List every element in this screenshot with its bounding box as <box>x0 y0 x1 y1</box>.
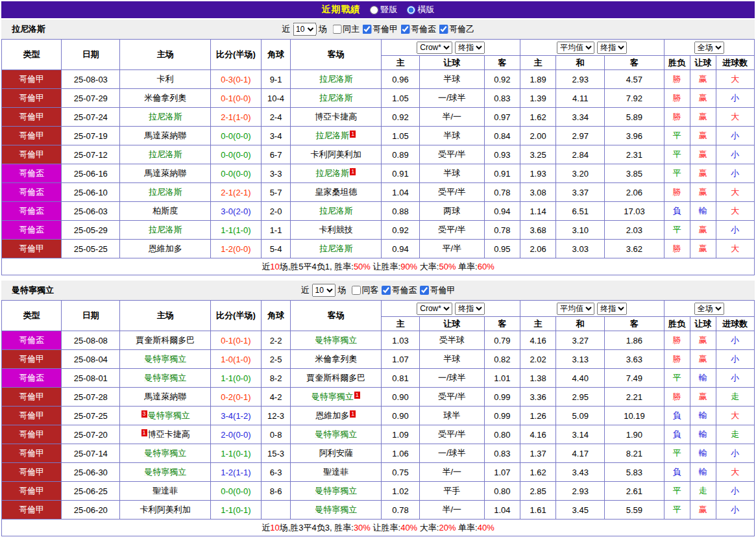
odds-home-cell: 1.05 <box>382 89 419 108</box>
same-venue-checkbox-input[interactable] <box>332 25 341 34</box>
summary-segment: 40% <box>400 523 417 533</box>
home-team-cell: 柏斯度 <box>120 202 210 221</box>
col-header-avg-away: 客 <box>605 56 664 70</box>
match-date: 25-06-30 <box>62 463 120 482</box>
league-checkbox-0[interactable]: 哥倫盃 <box>382 284 417 296</box>
red-card-badge: 1 <box>350 168 356 175</box>
odds-away-cell: 1.04 <box>484 501 520 520</box>
league-checkbox-1[interactable]: 哥倫盃 <box>400 23 436 35</box>
same-venue-checkbox[interactable]: 同主 <box>332 23 360 35</box>
odds-home-cell: 1.03 <box>382 331 419 350</box>
scope-select[interactable]: 全场 <box>694 42 724 54</box>
league-checkbox-0-input[interactable] <box>362 25 371 34</box>
avg-stage-select[interactable]: 终指 <box>597 42 627 54</box>
layout-radio-vertical-input[interactable] <box>370 6 378 14</box>
avg-source-select[interactable]: 平均值 <box>557 42 594 54</box>
same-venue-checkbox-input[interactable] <box>352 286 361 295</box>
league-checkbox-2[interactable]: 哥倫乙 <box>439 23 474 35</box>
layout-radio-horizontal-input[interactable] <box>407 6 415 14</box>
odds-stage-select[interactable]: 终指 <box>455 303 485 315</box>
league-checkbox-0-input[interactable] <box>382 286 391 295</box>
goals-result-cell: 小 <box>716 331 754 350</box>
away-team-name: 曼特寧獨立 <box>315 429 357 439</box>
col-header-handicap-away: 客 <box>484 56 520 70</box>
odds-source-select[interactable]: Crow* <box>417 303 452 315</box>
recent-games-select[interactable]: 10 <box>293 23 316 36</box>
result-cell: 勝 <box>664 70 690 89</box>
away-team-name: 博亞卡捷高 <box>315 112 357 121</box>
match-date: 25-07-28 <box>62 388 120 407</box>
recent-games-select[interactable]: 10 <box>312 284 335 297</box>
league-checkbox-0[interactable]: 哥倫甲 <box>362 23 398 35</box>
odds-handicap-cell: 一/球半 <box>419 89 484 108</box>
col-header-date: 日期 <box>62 40 120 70</box>
odds-handicap-cell: 两球 <box>419 202 484 221</box>
match-row: 哥倫甲25-05-25恩維加多1-2(0-0)5-4拉尼洛斯0.94平/半0.9… <box>2 240 755 258</box>
handicap-result-cell: 輸 <box>690 425 716 444</box>
summary-segment: 单率: <box>456 262 477 271</box>
away-team-name: 卡利阿美利加 <box>311 149 361 159</box>
col-header-corners: 角球 <box>261 301 290 331</box>
goals-result-cell: 小 <box>716 482 754 501</box>
goals-result-cell: 走 <box>716 388 754 407</box>
avg-draw-cell: 4.40 <box>556 369 605 388</box>
same-venue-checkbox[interactable]: 同客 <box>352 284 379 296</box>
scope-select[interactable]: 全场 <box>694 303 724 315</box>
odds-handicap-cell: 半球 <box>419 164 484 183</box>
avg-away-cell: 17.03 <box>605 202 664 221</box>
avg-home-cell: 2.06 <box>520 240 555 258</box>
league-badge: 哥倫甲 <box>2 108 62 127</box>
avg-draw-cell: 3.43 <box>556 463 605 482</box>
league-badge: 哥倫甲 <box>2 407 62 425</box>
layout-radio-horizontal-label: 橫版 <box>418 4 435 16</box>
home-team-cell: 馬達萊納聯 <box>120 388 210 407</box>
layout-radio-vertical[interactable]: 豎版 <box>370 4 398 16</box>
result-cell: 勝 <box>664 108 690 127</box>
avg-source-select[interactable]: 平均值 <box>557 303 594 315</box>
match-date: 25-05-29 <box>62 221 120 240</box>
avg-draw-cell: 6.51 <box>556 202 605 221</box>
match-date: 25-07-24 <box>62 108 120 127</box>
match-date: 25-06-03 <box>62 202 120 221</box>
away-team-name: 恩維加多 <box>315 410 349 420</box>
home-team-cell: 拉尼洛斯 <box>120 183 210 202</box>
layout-radio-horizontal[interactable]: 橫版 <box>407 4 435 16</box>
odds-home-cell: 0.81 <box>382 369 419 388</box>
avg-draw-cell: 2.93 <box>556 482 605 501</box>
home-team-cell: 聖達菲 <box>120 482 210 501</box>
league-checkbox-1-label: 哥倫甲 <box>430 284 456 296</box>
odds-source-select[interactable]: Crow* <box>417 42 452 54</box>
avg-stage-select[interactable]: 终指 <box>597 303 627 315</box>
away-team-cell: 賈奎斯科爾多巴 <box>291 369 382 388</box>
match-row: 哥倫甲25-07-12拉尼洛斯0-0(0-0)6-7卡利阿美利加0.89受平/半… <box>2 145 755 164</box>
league-checkbox-1-input[interactable] <box>420 286 429 295</box>
match-date: 25-06-16 <box>62 164 120 183</box>
avg-away-cell: 4.57 <box>605 70 664 89</box>
match-score: 2-1(2-1) <box>210 183 261 202</box>
odds-stage-select[interactable]: 终指 <box>455 42 485 54</box>
league-checkbox-0-label: 哥倫盃 <box>392 284 417 296</box>
home-team-name: 恩維加多 <box>149 244 182 253</box>
odds-away-cell: 0.80 <box>484 482 520 501</box>
home-team-name: 拉尼洛斯 <box>149 225 182 234</box>
odds-away-cell: 0.95 <box>484 240 520 258</box>
avg-away-cell: 3.85 <box>605 164 664 183</box>
goals-result-cell: 小 <box>716 350 754 369</box>
corner-score: 8-6 <box>261 482 290 501</box>
away-team-name: 拉尼洛斯 <box>319 206 353 216</box>
home-team-cell: 曼特寧獨立 <box>120 369 210 388</box>
odds-away-cell: 0.91 <box>484 164 520 183</box>
goals-result-cell: 小 <box>716 501 754 520</box>
away-team-cell: 恩維加多1 <box>291 407 382 425</box>
col-header-score: 比分(半场) <box>210 40 261 70</box>
avg-away-cell: 5.59 <box>605 501 664 520</box>
goals-result-cell: 小 <box>716 127 754 145</box>
league-checkbox-1-input[interactable] <box>400 25 409 34</box>
league-checkbox-2-input[interactable] <box>439 25 448 34</box>
avg-draw-cell: 2.97 <box>556 127 605 145</box>
corner-score: 2-5 <box>261 350 290 369</box>
col-header-goals-total: 进球数 <box>716 56 754 70</box>
result-cell: 平 <box>664 145 690 164</box>
league-checkbox-1[interactable]: 哥倫甲 <box>420 284 456 296</box>
league-checkbox-2-label: 哥倫乙 <box>449 23 474 35</box>
